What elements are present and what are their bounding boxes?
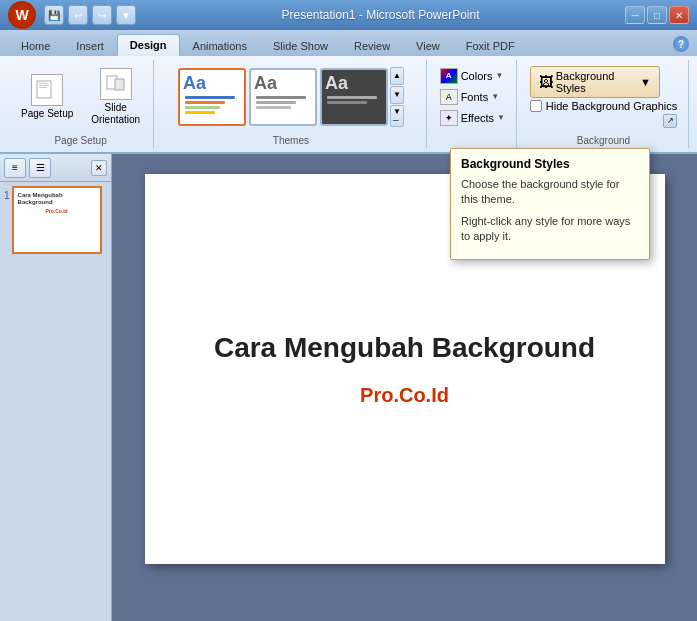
slide-panel: ≡ ☰ ✕ 1 Cara Mengubah Background Pro.Co.…	[0, 154, 112, 621]
tab-insert[interactable]: Insert	[63, 34, 117, 56]
page-setup-icon	[31, 74, 63, 106]
fonts-icon: A	[440, 89, 458, 105]
tab-home[interactable]: Home	[8, 34, 63, 56]
hide-bg-checkbox[interactable]	[530, 100, 542, 112]
theme-lines-1	[183, 94, 241, 116]
themes-container: Aa Aa	[178, 67, 404, 127]
page-setup-group-content: Page Setup SlideOrientation	[14, 62, 147, 131]
theme-scroll-up[interactable]: ▲	[390, 67, 404, 85]
theme-lines-3	[325, 94, 383, 106]
theme-scroll-down[interactable]: ▼	[390, 86, 404, 104]
theme-3[interactable]: Aa	[320, 68, 388, 126]
title-bar: W 💾 ↩ ↪ ▼ Presentation1 - Microsoft Powe…	[0, 0, 697, 30]
tab-view[interactable]: View	[403, 34, 453, 56]
svg-rect-1	[39, 83, 49, 84]
slide-subtitle: Pro.Co.Id	[360, 384, 449, 407]
svg-rect-2	[39, 85, 49, 86]
theme-lines-2	[254, 94, 312, 111]
themes-group-content: Aa Aa	[178, 62, 404, 131]
themes-group: Aa Aa	[156, 60, 426, 148]
undo-button[interactable]: ↩	[68, 5, 88, 25]
theme-office-preview: Aa	[180, 70, 244, 124]
slide-orientation-label: SlideOrientation	[91, 102, 140, 126]
close-button[interactable]: ✕	[669, 6, 689, 24]
bg-group-content: 🖼 Background Styles ▼ Hide Background Gr…	[530, 64, 677, 130]
fonts-dropdown-arrow: ▼	[491, 92, 499, 101]
colors-group-items: A Colors ▼ A Fonts ▼ ✦ Effects ▼	[435, 66, 510, 128]
window-controls: ─ □ ✕	[625, 6, 689, 24]
background-group-content: 🖼 Background Styles ▼ Hide Background Gr…	[530, 62, 677, 131]
colors-fonts-effects-group: A Colors ▼ A Fonts ▼ ✦ Effects ▼	[429, 60, 517, 148]
effects-dropdown-arrow: ▼	[497, 113, 505, 122]
background-styles-button[interactable]: 🖼 Background Styles ▼	[530, 66, 660, 98]
slides-view-btn[interactable]: ≡	[4, 158, 26, 178]
popup-title: Background Styles	[461, 157, 639, 171]
hide-bg-label: Hide Background Graphics	[546, 100, 677, 112]
popup-text-2: Right-click any style for more ways to a…	[461, 214, 639, 245]
slide-thumb-subtitle: Pro.Co.Id	[45, 208, 67, 214]
slide-orientation-button[interactable]: SlideOrientation	[84, 63, 147, 131]
redo-button[interactable]: ↪	[92, 5, 112, 25]
effects-label: Effects	[461, 112, 494, 124]
cfe-group-content: A Colors ▼ A Fonts ▼ ✦ Effects ▼	[435, 62, 510, 131]
theme-2-preview: Aa	[251, 70, 315, 124]
window-title: Presentation1 - Microsoft PowerPoint	[136, 8, 625, 22]
theme-2[interactable]: Aa	[249, 68, 317, 126]
save-button[interactable]: 💾	[44, 5, 64, 25]
page-setup-group-label: Page Setup	[54, 133, 106, 146]
slide-panel-toolbar: ≡ ☰ ✕	[0, 154, 111, 182]
fonts-button[interactable]: A Fonts ▼	[435, 87, 510, 107]
background-group-expand[interactable]: ↗	[663, 114, 677, 128]
svg-rect-5	[115, 79, 124, 90]
background-group: 🖼 Background Styles ▼ Hide Background Gr…	[519, 60, 689, 148]
page-setup-button[interactable]: Page Setup	[14, 63, 80, 131]
theme-aa-3: Aa	[325, 73, 383, 94]
svg-rect-3	[39, 87, 47, 88]
hide-bg-row: Hide Background Graphics	[530, 100, 677, 112]
theme-office[interactable]: Aa	[178, 68, 246, 126]
colors-icon: A	[440, 68, 458, 84]
theme-scroll-dropdown[interactable]: ▼─	[390, 105, 404, 127]
themes-list: Aa Aa	[178, 68, 388, 126]
maximize-button[interactable]: □	[647, 6, 667, 24]
theme-aa-2: Aa	[254, 73, 312, 94]
tab-design[interactable]: Design	[117, 34, 180, 56]
office-button[interactable]: W	[8, 1, 36, 29]
title-bar-left: W 💾 ↩ ↪ ▼	[8, 1, 136, 29]
bg-styles-icon: 🖼	[539, 74, 553, 90]
effects-icon: ✦	[440, 110, 458, 126]
colors-label: Colors	[461, 70, 493, 82]
popup-text-1: Choose the background style for this the…	[461, 177, 639, 208]
slide-thumb-title: Cara Mengubah Background	[18, 192, 96, 206]
theme-aa-1: Aa	[183, 73, 241, 94]
outline-view-btn[interactable]: ☰	[29, 158, 51, 178]
bg-styles-popup: Background Styles Choose the background …	[450, 148, 650, 260]
minimize-button[interactable]: ─	[625, 6, 645, 24]
theme-3-preview: Aa	[322, 70, 386, 124]
ribbon-content: Page Setup SlideOrientation Page Setup	[0, 56, 697, 154]
fonts-label: Fonts	[461, 91, 489, 103]
bg-styles-dropdown: ▼	[640, 76, 651, 88]
customize-button[interactable]: ▼	[116, 5, 136, 25]
theme-scroll: ▲ ▼ ▼─	[390, 67, 404, 127]
background-styles-label: Background Styles	[556, 70, 637, 94]
tab-foxit[interactable]: Foxit PDF	[453, 34, 528, 56]
slide-number-1: 1	[4, 186, 10, 201]
tab-review[interactable]: Review	[341, 34, 403, 56]
close-panel-btn[interactable]: ✕	[91, 160, 107, 176]
ribbon-tabs: Home Insert Design Animations Slide Show…	[0, 30, 697, 56]
slide-title: Cara Mengubah Background	[214, 332, 595, 364]
colors-dropdown-arrow: ▼	[495, 71, 503, 80]
slide-item-1: 1 Cara Mengubah Background Pro.Co.Id	[4, 186, 107, 258]
slide-orientation-icon	[100, 68, 132, 100]
tab-slideshow[interactable]: Slide Show	[260, 34, 341, 56]
page-setup-label: Page Setup	[21, 108, 73, 119]
page-setup-group: Page Setup SlideOrientation Page Setup	[8, 60, 154, 148]
effects-button[interactable]: ✦ Effects ▼	[435, 108, 510, 128]
slide-thumbnail-1[interactable]: Cara Mengubah Background Pro.Co.Id	[12, 186, 102, 254]
help-button[interactable]: ?	[673, 36, 689, 52]
colors-button[interactable]: A Colors ▼	[435, 66, 510, 86]
themes-group-label: Themes	[273, 133, 309, 146]
slide-list: 1 Cara Mengubah Background Pro.Co.Id	[0, 182, 111, 262]
tab-animations[interactable]: Animations	[180, 34, 260, 56]
